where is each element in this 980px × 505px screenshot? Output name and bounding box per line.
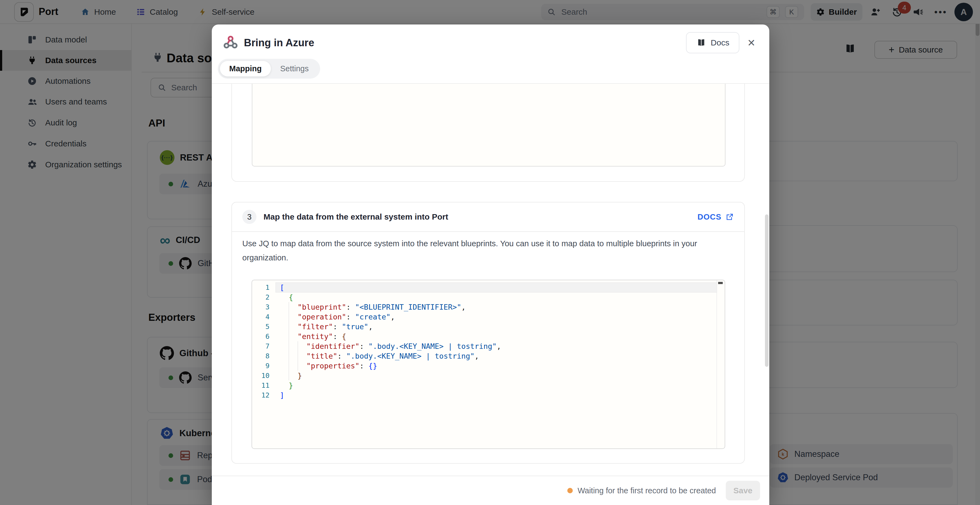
code-line: 4 "operation": "create", <box>252 312 725 322</box>
section3-description-line2: organization. <box>242 253 288 262</box>
code-line: 1[ <box>252 283 725 292</box>
app-root: Port Home Catalog Self-service Search ⌘ … <box>0 0 980 505</box>
modal-scrollbar-thumb[interactable] <box>765 214 768 367</box>
tab-settings[interactable]: Settings <box>271 61 318 76</box>
code-line: 7 "identifier": ".body.<KEY_NAME> | tost… <box>252 341 725 351</box>
section2-editor-clipped[interactable] <box>252 84 725 167</box>
section3-description-line1: Use JQ to map data from the source syste… <box>242 239 697 248</box>
status-dot-orange <box>567 488 573 493</box>
section3-title: Map the data from the external system in… <box>264 212 448 221</box>
step-number-badge: 3 <box>242 210 256 224</box>
code-line: 3 "blueprint": "<BLUEPRINT_IDENTIFIER>", <box>252 302 725 312</box>
modal-footer: Waiting for the first record to be creat… <box>212 476 769 505</box>
modal-tabs: Mapping Settings <box>218 59 320 79</box>
section3-card: 3 Map the data from the external system … <box>231 202 745 464</box>
save-button[interactable]: Save <box>726 481 760 500</box>
close-icon[interactable]: ✕ <box>744 36 759 50</box>
docs-link[interactable]: DOCS <box>697 213 734 221</box>
code-line: 2 { <box>252 292 725 302</box>
tab-mapping[interactable]: Mapping <box>220 61 271 76</box>
section3-header: 3 Map the data from the external system … <box>232 202 744 232</box>
editor-lines: 1[ 2 { 3 "blueprint": "<BLUEPRINT_IDENTI… <box>252 283 725 400</box>
external-link-icon <box>725 213 734 221</box>
webhook-icon <box>223 34 239 50</box>
code-line: 11 } <box>252 380 725 390</box>
docs-button[interactable]: Docs <box>686 32 739 53</box>
code-line: 5 "filter": "true", <box>252 322 725 332</box>
code-line: 6 "entity": { <box>252 332 725 341</box>
section2-card-clipped <box>231 84 745 182</box>
jq-mapping-editor[interactable]: 1[ 2 { 3 "blueprint": "<BLUEPRINT_IDENTI… <box>251 280 725 449</box>
status-message: Waiting for the first record to be creat… <box>567 486 716 495</box>
code-line: 8 "title": ".body.<KEY_NAME> | tostring"… <box>252 351 725 361</box>
bring-in-azure-modal: Bring in Azure Docs ✕ Mapping Settings 3… <box>212 24 769 505</box>
book-icon <box>696 38 706 48</box>
modal-title: Bring in Azure <box>244 37 314 49</box>
code-line: 10 } <box>252 371 725 380</box>
code-line: 12] <box>252 390 725 400</box>
code-line: 9 "properties": {} <box>252 361 725 371</box>
